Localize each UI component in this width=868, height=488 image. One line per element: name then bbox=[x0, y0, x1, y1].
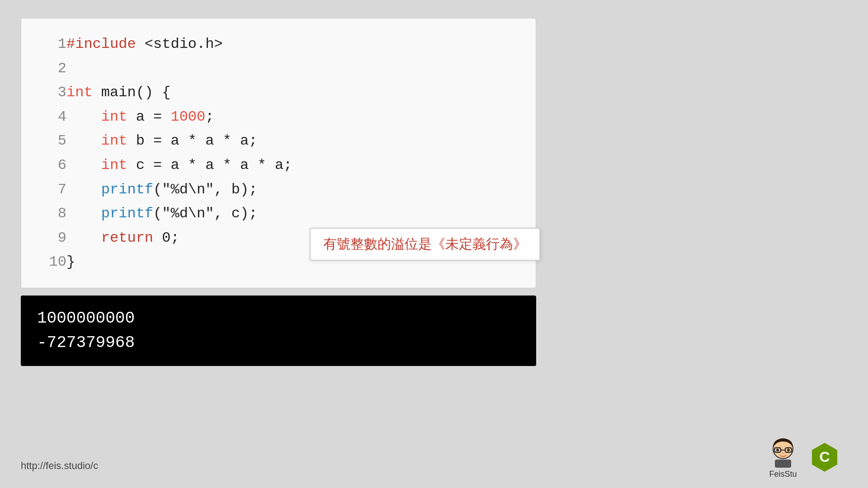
line-number: 7 bbox=[39, 178, 66, 202]
code-token: ("%d\n", c); bbox=[153, 205, 257, 222]
line-number: 3 bbox=[39, 80, 66, 105]
code-token: printf bbox=[101, 181, 153, 198]
line-code: printf("%d\n", c); bbox=[66, 202, 518, 226]
svg-point-6 bbox=[782, 453, 784, 454]
code-token: a = bbox=[127, 108, 170, 125]
terminal-line-1: 1000000000 bbox=[37, 306, 520, 331]
line-number: 10 bbox=[39, 250, 66, 274]
feis-avatar-icon bbox=[767, 435, 799, 468]
svg-rect-7 bbox=[775, 460, 791, 468]
code-token: ; bbox=[205, 108, 214, 125]
annotation-text: 有號整數的溢位是《未定義行為》 bbox=[323, 236, 527, 251]
code-token: 1000 bbox=[170, 108, 205, 125]
code-token: int bbox=[101, 157, 127, 174]
code-line-4: 4 int a = 1000; bbox=[39, 105, 518, 129]
line-number: 1 bbox=[39, 32, 66, 56]
line-number: 6 bbox=[39, 153, 66, 178]
code-token bbox=[66, 157, 101, 174]
code-token: int bbox=[66, 84, 93, 101]
line-number: 2 bbox=[39, 56, 66, 81]
code-line-1: 1#include <stdio.h> bbox=[39, 32, 518, 56]
code-token: int bbox=[101, 132, 127, 149]
feis-label: FeisStu bbox=[769, 469, 797, 479]
line-code bbox=[66, 56, 518, 81]
c-language-icon: C bbox=[808, 441, 841, 474]
code-token: main() { bbox=[93, 84, 171, 101]
code-token bbox=[66, 230, 101, 246]
code-token bbox=[66, 108, 101, 125]
line-number: 5 bbox=[39, 129, 66, 153]
main-container: 1#include <stdio.h>23int main() {4 int a… bbox=[21, 18, 536, 366]
code-token: #include bbox=[66, 36, 145, 52]
svg-text:C: C bbox=[819, 449, 830, 465]
terminal-panel: 1000000000-727379968 bbox=[21, 296, 536, 366]
code-token: c = a * a * a * a; bbox=[127, 157, 292, 174]
code-line-6: 6 int c = a * a * a * a; bbox=[39, 153, 518, 178]
line-number: 9 bbox=[39, 226, 66, 250]
terminal-output: 1000000000-727379968 bbox=[37, 306, 520, 355]
line-code: int b = a * a * a; bbox=[66, 129, 518, 153]
code-token: ("%d\n", b); bbox=[153, 181, 257, 198]
code-token: int bbox=[101, 108, 127, 125]
code-line-8: 8 printf("%d\n", c); bbox=[39, 202, 518, 226]
terminal-line-2: -727379968 bbox=[37, 331, 520, 355]
code-token bbox=[66, 205, 101, 222]
code-token: <stdio.h> bbox=[145, 36, 223, 52]
line-code: #include <stdio.h> bbox=[66, 32, 518, 56]
line-code: printf("%d\n", b); bbox=[66, 178, 518, 202]
line-code: int c = a * a * a * a; bbox=[66, 153, 518, 178]
code-token: printf bbox=[101, 205, 153, 222]
svg-point-4 bbox=[776, 449, 779, 451]
line-number: 8 bbox=[39, 202, 66, 226]
logo-area: FeisStu C bbox=[767, 435, 841, 479]
footer-url: http://feis.studio/c bbox=[21, 460, 98, 472]
code-line-5: 5 int b = a * a * a; bbox=[39, 129, 518, 153]
code-panel: 1#include <stdio.h>23int main() {4 int a… bbox=[21, 18, 536, 288]
code-line-2: 2 bbox=[39, 56, 518, 81]
line-code: int main() { bbox=[66, 80, 518, 105]
feis-logo: FeisStu bbox=[767, 435, 799, 479]
svg-point-5 bbox=[787, 449, 790, 451]
code-token: } bbox=[66, 253, 75, 270]
annotation-box: 有號整數的溢位是《未定義行為》 bbox=[310, 228, 540, 261]
code-token: return bbox=[101, 230, 153, 246]
line-number: 4 bbox=[39, 105, 66, 129]
code-line-3: 3int main() { bbox=[39, 80, 518, 105]
code-token bbox=[66, 181, 101, 198]
line-code: int a = 1000; bbox=[66, 105, 518, 129]
code-line-7: 7 printf("%d\n", b); bbox=[39, 178, 518, 202]
code-token bbox=[66, 132, 101, 149]
code-token: b = a * a * a; bbox=[127, 132, 257, 149]
code-token: 0; bbox=[153, 230, 179, 246]
